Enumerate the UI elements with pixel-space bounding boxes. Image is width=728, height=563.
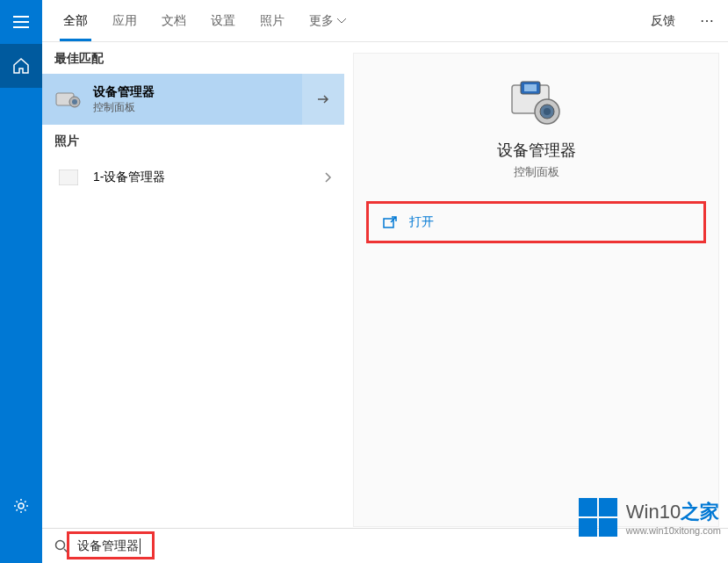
- svg-rect-4: [59, 170, 78, 185]
- tab-all[interactable]: 全部: [51, 0, 100, 41]
- search-input-text: 设备管理器: [77, 538, 141, 554]
- result-device-manager[interactable]: 设备管理器 控制面板: [42, 74, 344, 125]
- windows-logo-icon: [579, 498, 617, 537]
- tab-docs[interactable]: 文档: [149, 0, 198, 41]
- content-area: 最佳匹配 设备管理器 控制面板 照片: [42, 42, 728, 563]
- tab-settings[interactable]: 设置: [198, 0, 248, 41]
- watermark: Win10之家 www.win10xitong.com: [579, 498, 721, 537]
- arrow-right-icon: [316, 92, 330, 106]
- start-sidebar: [0, 0, 42, 563]
- hamburger-button[interactable]: [0, 0, 42, 44]
- open-label: 打开: [409, 214, 434, 230]
- svg-point-12: [56, 540, 65, 549]
- results-column: 最佳匹配 设备管理器 控制面板 照片: [42, 42, 344, 563]
- result-text: 设备管理器 控制面板: [93, 84, 332, 115]
- open-button[interactable]: 打开: [366, 201, 706, 243]
- detail-card: 设备管理器 控制面板 打开: [353, 53, 719, 527]
- detail-icon-wrap: [354, 80, 718, 127]
- device-manager-large-icon: [508, 80, 565, 127]
- svg-rect-7: [524, 84, 537, 91]
- ellipsis-icon: ⋯: [700, 12, 714, 29]
- open-icon: [383, 216, 397, 228]
- watermark-text: Win10之家 www.win10xitong.com: [626, 499, 721, 536]
- detail-column: 设备管理器 控制面板 打开: [344, 42, 728, 563]
- search-icon: [54, 539, 68, 553]
- photo-thumb-icon: [54, 167, 83, 188]
- chevron-down-icon: [337, 18, 346, 24]
- main-area: 全部 应用 文档 设置 照片 更多 反馈 ⋯ 最佳匹配 设备管理器 控制面板: [42, 0, 728, 563]
- svg-point-0: [18, 503, 24, 509]
- tab-photos[interactable]: 照片: [248, 0, 297, 41]
- hamburger-icon: [13, 16, 29, 28]
- result-subtitle: 控制面板: [93, 100, 332, 115]
- tab-more[interactable]: 更多: [297, 0, 358, 41]
- photo-item-label: 1-设备管理器: [93, 170, 165, 185]
- svg-rect-11: [384, 219, 393, 227]
- home-button[interactable]: [0, 44, 42, 88]
- result-title: 设备管理器: [93, 84, 332, 100]
- svg-point-10: [544, 108, 551, 115]
- detail-title: 设备管理器: [354, 140, 718, 161]
- home-icon: [13, 58, 29, 74]
- expand-arrow-button[interactable]: [302, 74, 344, 125]
- detail-subtitle: 控制面板: [354, 164, 718, 180]
- result-photo-item[interactable]: 1-设备管理器: [42, 156, 344, 198]
- photos-label: 照片: [42, 125, 344, 156]
- chevron-right-icon: [325, 172, 332, 183]
- device-manager-icon: [54, 89, 83, 110]
- sidebar-spacer: [0, 88, 42, 484]
- more-options-button[interactable]: ⋯: [686, 0, 728, 41]
- watermark-url: www.win10xitong.com: [626, 525, 721, 536]
- tab-apps[interactable]: 应用: [100, 0, 149, 41]
- filter-tabs: 全部 应用 文档 设置 照片 更多 反馈 ⋯: [42, 0, 728, 42]
- feedback-button[interactable]: 反馈: [640, 0, 686, 41]
- sidebar-bottom-pad: [0, 528, 42, 563]
- svg-point-3: [72, 99, 77, 105]
- best-match-label: 最佳匹配: [42, 42, 344, 74]
- watermark-title: Win10之家: [626, 499, 721, 525]
- settings-button[interactable]: [0, 484, 42, 528]
- gear-icon: [13, 498, 29, 514]
- tabs-spacer: [358, 0, 640, 41]
